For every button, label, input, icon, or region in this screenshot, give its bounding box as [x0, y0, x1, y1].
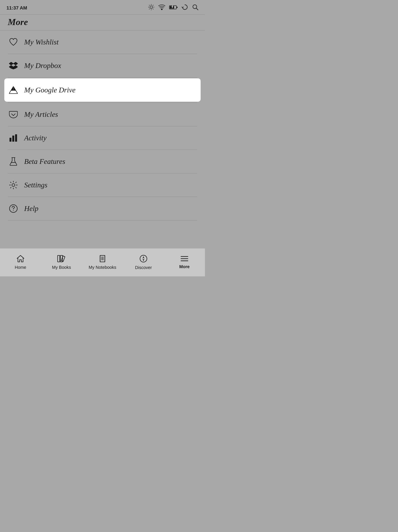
help-label: Help: [24, 204, 38, 213]
menu-item-wishlist[interactable]: My Wishlist: [0, 31, 205, 54]
brightness-icon: [148, 4, 155, 12]
svg-line-6: [153, 9, 153, 9]
pocket-icon: [8, 109, 19, 120]
sync-icon: [182, 4, 188, 12]
nav-more[interactable]: More: [164, 248, 205, 276]
activity-label: Activity: [24, 134, 47, 142]
svg-marker-41: [143, 259, 144, 261]
svg-rect-25: [15, 134, 17, 142]
menu-item-articles[interactable]: My Articles: [0, 103, 205, 126]
nav-more-label: More: [179, 264, 190, 269]
svg-marker-16: [13, 62, 18, 65]
notebooks-icon: [98, 255, 106, 264]
nav-home[interactable]: Home: [0, 248, 41, 276]
nav-discover[interactable]: Discover: [123, 248, 164, 276]
nav-mybooks-label: My Books: [52, 265, 71, 270]
bottom-nav: Home My Books My Notebooks: [0, 248, 205, 276]
svg-line-7: [153, 5, 153, 6]
svg-rect-11: [176, 7, 178, 8]
menu-item-beta[interactable]: Beta Features: [0, 150, 205, 173]
dropbox-icon: [8, 60, 19, 71]
battery-icon: [169, 5, 178, 11]
svg-point-9: [161, 9, 162, 10]
svg-marker-15: [9, 62, 13, 65]
page-title: More: [0, 15, 205, 30]
svg-rect-24: [12, 136, 14, 142]
barchart-icon: [8, 132, 19, 144]
heart-icon: [8, 37, 19, 48]
home-icon: [17, 255, 24, 264]
wishlist-label: My Wishlist: [24, 38, 59, 46]
menu-item-activity[interactable]: Activity: [0, 126, 205, 150]
wifi-icon: [158, 4, 165, 12]
help-icon: [8, 203, 19, 214]
nav-discover-label: Discover: [135, 265, 152, 270]
googledrive-label: My Google Drive: [24, 86, 75, 94]
svg-rect-31: [58, 255, 60, 262]
menu-icon: [180, 256, 188, 263]
menu-item-googledrive[interactable]: My Google Drive: [4, 78, 201, 102]
svg-marker-40: [143, 256, 144, 259]
status-time: 11:37 AM: [6, 5, 27, 11]
svg-point-28: [12, 184, 15, 186]
beta-label: Beta Features: [24, 157, 65, 166]
status-bar: 11:37 AM: [0, 0, 205, 14]
gear-icon: [8, 179, 19, 191]
menu-item-help[interactable]: Help: [0, 197, 205, 220]
nav-mybooks[interactable]: My Books: [41, 248, 82, 276]
gdrive-icon: [8, 84, 19, 96]
search-icon[interactable]: [192, 4, 199, 12]
nav-home-label: Home: [15, 265, 26, 270]
svg-rect-23: [9, 138, 12, 142]
svg-line-8: [149, 9, 150, 9]
divider-dropbox: [8, 77, 197, 77]
svg-line-5: [149, 5, 150, 6]
menu-item-settings[interactable]: Settings: [0, 173, 205, 197]
svg-point-30: [13, 210, 14, 211]
settings-label: Settings: [24, 181, 47, 189]
svg-line-14: [196, 8, 198, 10]
compass-icon: [140, 255, 147, 264]
nav-mynotebooks-label: My Notebooks: [89, 265, 116, 270]
svg-point-0: [150, 6, 153, 8]
dropbox-label: My Dropbox: [24, 62, 61, 70]
status-icons: [148, 4, 199, 12]
books-icon: [57, 255, 66, 264]
articles-label: My Articles: [24, 110, 58, 119]
menu-item-dropbox[interactable]: My Dropbox: [0, 54, 205, 77]
flask-icon: [8, 156, 19, 167]
nav-mynotebooks[interactable]: My Notebooks: [82, 248, 123, 276]
divider-help: [8, 220, 197, 221]
